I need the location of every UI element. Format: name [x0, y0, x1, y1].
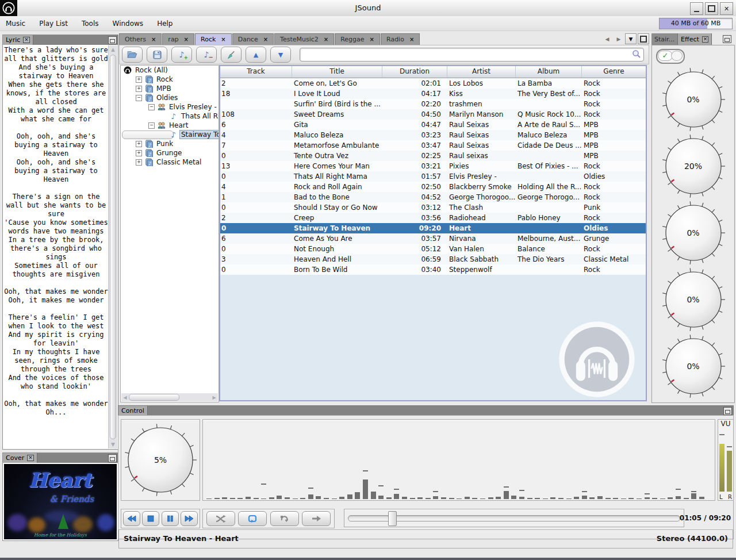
- fast-forward-button[interactable]: [181, 511, 198, 526]
- table-row[interactable]: 6Gita04:47Raul SeixasA Arte de Raul S...…: [220, 120, 646, 130]
- table-row[interactable]: 108Sweet Dreams04:50Marilyn MansonQ Musi…: [220, 109, 646, 120]
- stop-button[interactable]: [142, 511, 159, 526]
- effects-tab-close-icon[interactable]: ✕: [702, 36, 709, 43]
- table-row[interactable]: 4Maluco Beleza03:23Raul SeixasMaluco Bel…: [220, 130, 646, 140]
- cover-minimize-button[interactable]: [108, 454, 117, 462]
- cover-close-icon[interactable]: ✕: [27, 455, 34, 461]
- scroll-right-icon[interactable]: ▶: [210, 395, 218, 400]
- column-header-track[interactable]: Track: [220, 66, 292, 78]
- effect-enable-toggle[interactable]: ✓: [656, 49, 685, 64]
- open-playlist-button[interactable]: [122, 47, 143, 63]
- seek-bar[interactable]: [348, 515, 680, 521]
- column-header-genre[interactable]: Genre: [581, 66, 646, 78]
- add-song-button[interactable]: ♪＋: [171, 47, 192, 63]
- tree-horizontal-scrollbar[interactable]: ◀▶: [121, 393, 218, 401]
- move-up-button[interactable]: ▲: [246, 47, 266, 63]
- tab-close-icon[interactable]: ×: [263, 36, 268, 43]
- table-row[interactable]: 3Heaven And Hell06:59Black SabbathThe Di…: [220, 254, 646, 264]
- move-down-button[interactable]: ▼: [270, 47, 291, 63]
- effect-knob[interactable]: 20%: [661, 134, 726, 198]
- expand-icon[interactable]: +: [136, 150, 142, 156]
- tree-item-elvis-presley-[interactable]: −Elvis Presley -: [121, 102, 218, 112]
- effect-knob[interactable]: 0%: [661, 201, 726, 265]
- playlist-tab-others[interactable]: Others×: [119, 33, 162, 45]
- expand-icon[interactable]: +: [136, 76, 142, 83]
- remove-song-button[interactable]: ♪−: [196, 47, 217, 63]
- playlist-tab-radio[interactable]: Radio×: [381, 33, 420, 45]
- effects-tab-effect[interactable]: Effect✕: [678, 33, 712, 45]
- tree-item-classic-metal[interactable]: +♪Classic Metal: [121, 158, 218, 167]
- control-panel-tab[interactable]: Control: [118, 406, 148, 416]
- playlist-tab-testemusic2[interactable]: TesteMusic2×: [274, 33, 334, 45]
- lyric-scrollbar[interactable]: ▲ ▼: [108, 45, 117, 448]
- effects-minimize-button[interactable]: [723, 35, 731, 43]
- collapse-icon[interactable]: −: [148, 122, 155, 129]
- tree-item-mpb[interactable]: +♪MPB: [121, 84, 218, 93]
- expand-icon[interactable]: +: [136, 141, 142, 147]
- shuffle-button[interactable]: [206, 511, 235, 526]
- scroll-left-icon[interactable]: ◀: [121, 395, 129, 400]
- lyric-scroll-thumb[interactable]: [110, 55, 116, 439]
- pause-button[interactable]: [162, 511, 179, 526]
- table-row[interactable]: 18I Love It Loud04:17KissThe Very Best o…: [220, 89, 646, 99]
- effect-knob[interactable]: 0%: [661, 267, 726, 332]
- next-track-button[interactable]: [302, 511, 331, 526]
- tab-maximize-icon[interactable]: [638, 33, 649, 44]
- table-row[interactable]: 7Metamorfose Ambulante03:47Raul SeixasCi…: [220, 140, 646, 151]
- playlist-tab-reggae[interactable]: Reggae×: [335, 33, 380, 45]
- effect-knob[interactable]: 0%: [661, 334, 726, 398]
- tab-close-icon[interactable]: ×: [151, 36, 156, 43]
- column-header-duration[interactable]: Duration: [382, 66, 447, 78]
- clear-playlist-button[interactable]: [221, 47, 241, 63]
- table-row[interactable]: 0Stairway To Heaven09:20HeartOldies: [220, 223, 646, 233]
- maximize-button[interactable]: [705, 2, 718, 15]
- tree-item-oldies[interactable]: −♪Oldies: [121, 93, 218, 102]
- table-row[interactable]: 4Rock and Roll Again02:50Blackberry Smok…: [220, 182, 646, 192]
- tree-item-thats-all-ri[interactable]: ♪Thats All Ri: [121, 112, 218, 121]
- table-row[interactable]: 0Thats All Right Mama01:57Elvis Presley …: [220, 171, 646, 182]
- lyric-minimize-button[interactable]: [108, 36, 117, 44]
- table-row[interactable]: 13Here Comes Your Man03:21PixiesBest Of …: [220, 161, 646, 171]
- menu-item-help[interactable]: Help: [157, 20, 172, 28]
- table-row[interactable]: 6Come As You Are03:57NirvanaMelbourne, A…: [220, 233, 646, 244]
- collapse-icon[interactable]: −: [148, 104, 155, 110]
- column-header-title[interactable]: Title: [292, 66, 382, 78]
- tab-close-icon[interactable]: ×: [324, 36, 328, 43]
- table-row[interactable]: Surfin' Bird (Bird is the ...02:20trashm…: [220, 99, 646, 109]
- rewind-button[interactable]: [123, 511, 140, 526]
- table-row[interactable]: 1Bad to the Bone04:52George Thorogoo...G…: [220, 192, 646, 202]
- table-row[interactable]: 0Tente Outra Vez02:25Raul seixasMPB: [220, 151, 646, 161]
- effect-knob[interactable]: 0%: [661, 67, 726, 132]
- scroll-down-icon[interactable]: ▼: [109, 440, 117, 448]
- column-header-album[interactable]: Album: [515, 66, 581, 78]
- search-icon[interactable]: [632, 49, 641, 59]
- cover-panel-tab[interactable]: Cover ✕: [3, 453, 37, 463]
- expand-icon[interactable]: +: [136, 86, 142, 92]
- table-row[interactable]: 2Come on, Let's Go02:01Los LobosLa Bamba…: [220, 78, 646, 89]
- tab-scroll-left-icon[interactable]: ◀: [602, 34, 612, 44]
- tree-item-rock[interactable]: +♪Rock: [121, 75, 218, 84]
- tree-item-heart[interactable]: −Heart: [121, 121, 218, 130]
- tab-close-icon[interactable]: ×: [221, 36, 225, 43]
- playlist-tab-dance[interactable]: Dance×: [232, 33, 274, 45]
- expand-icon[interactable]: +: [136, 159, 142, 166]
- table-row[interactable]: 0Born To Be Wild03:40SteppenwolfRock: [220, 264, 646, 275]
- tree-item-grunge[interactable]: +♪Grunge: [121, 148, 218, 158]
- minimize-button[interactable]: [690, 2, 703, 15]
- menu-item-music[interactable]: Music: [6, 20, 25, 28]
- save-playlist-button[interactable]: [147, 47, 167, 63]
- tree-item-stairway-to[interactable]: ♪Stairway To: [121, 130, 218, 139]
- tree-item-punk[interactable]: +♪Punk: [121, 139, 218, 148]
- tab-close-icon[interactable]: ×: [409, 36, 414, 43]
- repeat-button[interactable]: [238, 511, 267, 526]
- column-header-artist[interactable]: Artist: [447, 66, 515, 78]
- control-minimize-button[interactable]: [723, 407, 732, 415]
- close-button[interactable]: ✕: [720, 2, 733, 15]
- lyric-close-icon[interactable]: ✕: [23, 37, 30, 43]
- tab-close-icon[interactable]: ×: [370, 36, 374, 43]
- table-row[interactable]: 0Should I Stay or Go Now03:12The ClashPu…: [220, 202, 646, 213]
- repeat-track-button[interactable]: [270, 511, 299, 526]
- menu-item-play-list[interactable]: Play List: [39, 20, 68, 28]
- effects-tab-stair[interactable]: Stair...: [651, 33, 678, 45]
- seek-handle[interactable]: [388, 511, 397, 526]
